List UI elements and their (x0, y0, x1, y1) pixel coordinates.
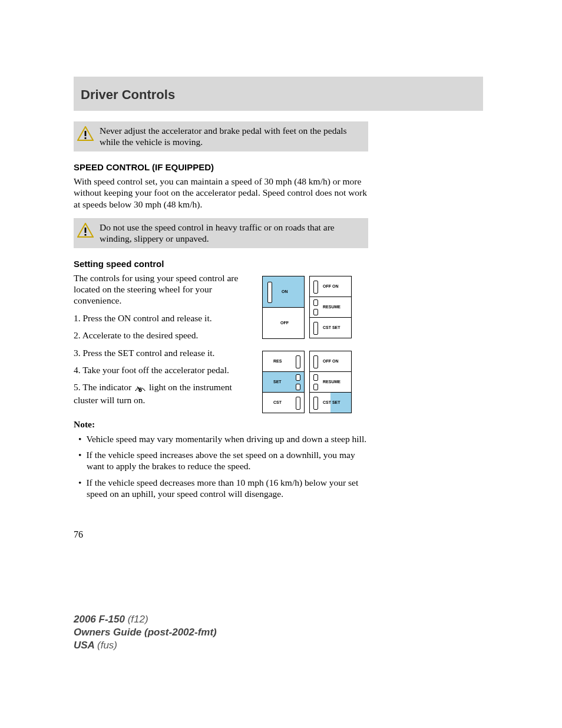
step-2: 2. Accelerate to the desired speed. (74, 330, 250, 341)
step-5: 5. The indicator light on the instrument… (74, 381, 250, 406)
note-item: If the vehicle speed increases above the… (74, 449, 368, 472)
button-slot-icon (267, 282, 272, 303)
label-off: OFF (280, 321, 289, 325)
page-number: 76 (74, 529, 368, 540)
btn-set-cell: SET (262, 371, 305, 393)
button-slot-icon (313, 281, 318, 294)
note-heading: Note: (74, 419, 368, 430)
button-slot-icon (296, 374, 300, 381)
button-slot-icon (313, 309, 318, 315)
button-slot-icon (313, 322, 318, 335)
button-slot-icon (296, 355, 300, 368)
setting-intro: The controls for using your speed contro… (74, 272, 250, 307)
label-res: RES (273, 359, 282, 363)
setting-speed-heading: Setting speed control (74, 259, 368, 269)
label-cst: CST (273, 400, 282, 404)
svg-line-5 (137, 387, 140, 390)
svg-rect-3 (85, 234, 87, 236)
label-cstset: CST SET (323, 325, 340, 330)
diagram-group-1: ON OFF OFF ON (262, 276, 368, 339)
button-slot-icon (313, 299, 318, 306)
button-slot-icon (313, 374, 318, 381)
label-set: SET (273, 380, 282, 384)
step-1: 1. Press the ON control and release it. (74, 312, 250, 324)
svg-rect-2 (85, 228, 87, 233)
label-on: ON (282, 289, 288, 294)
svg-rect-0 (85, 131, 87, 136)
section-header-band: Driver Controls (74, 77, 483, 111)
warning-box-traffic: Do not use the speed control in heavy tr… (74, 218, 368, 248)
diagram-right: OFF ON RESUME CST SET (309, 276, 352, 339)
btn-on-cell: ON (262, 276, 305, 308)
svg-rect-1 (85, 137, 87, 139)
footer-line-3: USA (fus) (74, 639, 217, 652)
warning-text: Do not use the speed control in heavy tr… (100, 222, 362, 245)
label-offon: OFF ON (323, 359, 338, 363)
setting-speed-row: The controls for using your speed contro… (74, 272, 368, 413)
page-content: Driver Controls Never adjust the acceler… (74, 77, 483, 540)
section-header-title: Driver Controls (81, 87, 476, 103)
warning-triangle-icon (77, 223, 94, 241)
btn-offon-cell: OFF ON (309, 276, 352, 297)
speed-control-intro: With speed control set, you can maintain… (74, 176, 368, 210)
step-3: 3. Press the SET control and release it. (74, 347, 250, 358)
button-slot-icon (313, 397, 318, 410)
warning-box-pedals: Never adjust the accelerator and brake p… (74, 121, 368, 151)
note-list: Vehicle speed may vary momentarily when … (74, 433, 368, 500)
footer-line-2: Owners Guide (post-2002-fmt) (74, 626, 217, 639)
button-slot-icon (296, 397, 300, 410)
diagram-column: ON OFF OFF ON (262, 272, 368, 413)
label-resume: RESUME (323, 380, 340, 384)
diagram-left: RES SET CST (262, 351, 305, 413)
button-slot-icon (313, 384, 318, 390)
note-item: If the vehicle speed decreases more than… (74, 477, 368, 500)
note-item: Vehicle speed may vary momentarily when … (74, 433, 368, 444)
btn-cst-cell: CST (262, 392, 305, 413)
warning-triangle-icon (77, 126, 94, 144)
button-slot-icon (313, 355, 318, 368)
footer-line-1: 2006 F-150 (f12) (74, 613, 217, 626)
steps-column: The controls for using your speed contro… (74, 272, 250, 413)
footer-block: 2006 F-150 (f12) Owners Guide (post-2002… (74, 613, 217, 652)
step-4: 4. Take your foot off the accelerator pe… (74, 364, 250, 375)
diagram-group-2: RES SET CST (262, 351, 368, 413)
diagram-right: OFF ON RESUME CST SET (309, 351, 352, 413)
btn-cstset-cell: CST SET (309, 392, 352, 413)
btn-offon-cell: OFF ON (309, 351, 352, 372)
label-cstset: CST SET (323, 400, 340, 404)
cruise-indicator-icon (134, 383, 147, 394)
button-slot-icon (296, 384, 300, 390)
btn-resume-cell: RESUME (309, 371, 352, 393)
btn-off-cell: OFF (262, 307, 305, 339)
label-offon: OFF ON (323, 284, 338, 288)
main-content-column: Never adjust the accelerator and brake p… (74, 121, 368, 540)
speed-control-heading: SPEED CONTROL (IF EQUIPPED) (74, 162, 368, 172)
step-5-pre: 5. The indicator (74, 382, 134, 392)
label-resume: RESUME (323, 305, 340, 309)
warning-text: Never adjust the accelerator and brake p… (100, 125, 362, 148)
btn-res-cell: RES (262, 351, 305, 372)
btn-cstset-cell: CST SET (309, 317, 352, 338)
diagram-left: ON OFF (262, 276, 305, 339)
btn-resume-cell: RESUME (309, 297, 352, 318)
